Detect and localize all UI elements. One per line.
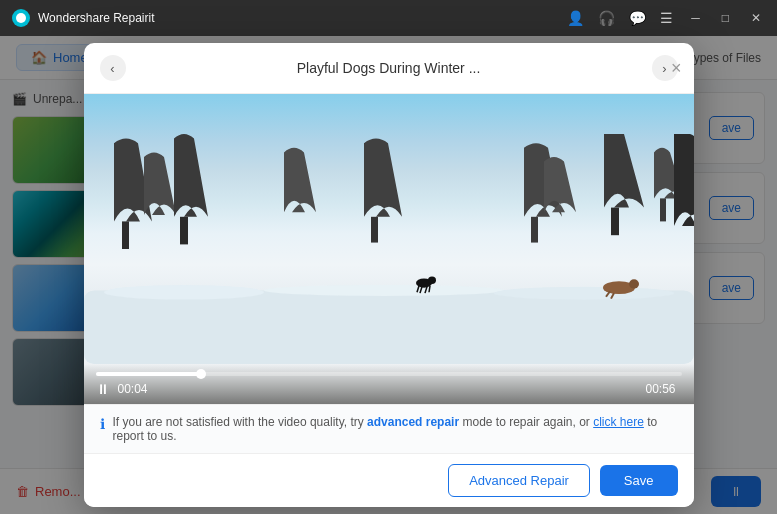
svg-point-10 [494,287,674,300]
svg-point-18 [629,279,639,288]
title-bar: Wondershare Repairit 👤 🎧 💬 ☰ ─ □ ✕ [0,0,777,36]
app-logo [12,9,30,27]
svg-rect-4 [122,221,129,249]
svg-rect-1 [611,208,619,236]
svg-point-9 [264,285,504,296]
title-bar-icons: 👤 🎧 💬 ☰ ─ □ ✕ [567,9,765,27]
click-here-link[interactable]: click here [593,415,644,429]
modal-close-button[interactable]: × [671,59,682,77]
svg-line-16 [429,286,430,292]
info-bold: advanced repair [367,415,459,429]
close-button[interactable]: ✕ [747,9,765,27]
info-pre: If you are not satisfied with the video … [113,415,368,429]
winter-scene-svg [84,134,694,364]
video-controls: ⏸ 00:04 00:56 [84,364,694,404]
chevron-left-icon: ‹ [110,61,114,76]
menu-icon[interactable]: ☰ [660,10,673,26]
svg-rect-2 [660,198,666,221]
svg-rect-7 [84,290,694,364]
chevron-right-icon: › [662,61,666,76]
info-text: If you are not satisfied with the video … [113,415,678,443]
progress-fill [96,372,201,376]
minimize-button[interactable]: ─ [687,9,704,27]
svg-rect-6 [371,217,378,243]
video-frame [84,94,694,404]
save-video-button[interactable]: Save [600,465,678,496]
svg-point-12 [428,277,436,284]
svg-point-0 [16,13,26,23]
headset-icon[interactable]: 🎧 [598,10,615,26]
svg-point-8 [104,285,264,300]
chat-icon[interactable]: 💬 [629,10,646,26]
modal-info-bar: ℹ If you are not satisfied with the vide… [84,404,694,453]
prev-button[interactable]: ‹ [100,55,126,81]
title-bar-left: Wondershare Repairit [12,9,155,27]
pause-button[interactable]: ⏸ [96,382,110,396]
controls-row: ⏸ 00:04 00:56 [96,382,682,396]
modal-footer: Advanced Repair Save [84,453,694,507]
user-icon[interactable]: 👤 [567,10,584,26]
current-time: 00:04 [118,382,154,396]
modal-overlay: ‹ Playful Dogs During Winter ... › × [0,36,777,514]
info-icon: ℹ [100,416,105,432]
info-mid: mode to repair again, or [459,415,593,429]
video-player[interactable]: ⏸ 00:04 00:56 [84,94,694,404]
svg-rect-5 [180,217,188,245]
total-time: 00:56 [646,382,682,396]
app-body: 🏠 Home er Types of Files 🎬 Unrepa... [0,36,777,514]
progress-bar[interactable] [96,372,682,376]
advanced-repair-button[interactable]: Advanced Repair [448,464,590,497]
modal-header: ‹ Playful Dogs During Winter ... › × [84,43,694,94]
modal-title: Playful Dogs During Winter ... [138,60,640,76]
preview-modal: ‹ Playful Dogs During Winter ... › × [84,43,694,507]
progress-dot [196,369,206,379]
maximize-button[interactable]: □ [718,9,733,27]
app-title: Wondershare Repairit [38,11,155,25]
svg-rect-3 [531,217,538,243]
